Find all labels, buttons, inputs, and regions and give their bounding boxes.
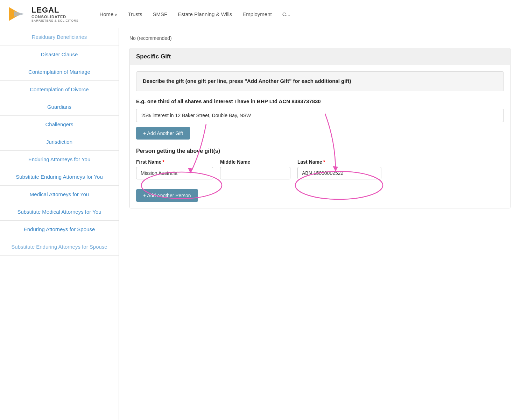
first-name-label: First Name* xyxy=(136,159,213,165)
header: LEGAL CONSOLIDATED BARRISTERS & SOLICITO… xyxy=(0,0,521,28)
first-name-input[interactable] xyxy=(136,167,213,179)
nav-smsf[interactable]: SMSF xyxy=(153,11,168,17)
nav-estate[interactable]: Estate Planning & Wills xyxy=(178,11,232,17)
middle-name-input[interactable] xyxy=(220,167,290,179)
example-text: E.g. one third of all shares and interes… xyxy=(136,98,504,106)
describe-box: Describe the gift (one gift per line, pr… xyxy=(136,71,504,91)
sidebar-item-substitute-medical-you[interactable]: Substitute Medical Attorneys for You xyxy=(0,203,119,221)
logo-legal-text: LEGAL xyxy=(31,6,78,15)
main-content: No (recommended) Specific Gift Describe … xyxy=(119,28,521,420)
logo-icon xyxy=(7,3,28,24)
specific-gift-header: Specific Gift xyxy=(130,48,510,65)
sidebar-item-contemplation-marriage[interactable]: Contemplation of Marriage xyxy=(0,63,119,81)
last-name-field: Last Name* xyxy=(297,159,381,179)
nav-home[interactable]: Home xyxy=(99,11,117,17)
last-name-label: Last Name* xyxy=(297,159,381,165)
sidebar-item-contemplation-divorce[interactable]: Contemplation of Divorce xyxy=(0,81,119,98)
last-name-required: * xyxy=(323,159,325,165)
gift-input[interactable] xyxy=(136,109,504,122)
first-name-required: * xyxy=(162,159,164,165)
specific-gift-body: Describe the gift (one gift per line, pr… xyxy=(130,65,510,208)
add-person-button[interactable]: + Add Another Person xyxy=(136,189,198,202)
sidebar-item-disaster-clause[interactable]: Disaster Clause xyxy=(0,46,119,63)
sidebar-item-medical-attorneys-you[interactable]: Medical Attorneys for You xyxy=(0,186,119,203)
svg-marker-1 xyxy=(14,11,24,17)
sidebar-item-challengers[interactable]: Challengers xyxy=(0,116,119,133)
first-name-field: First Name* xyxy=(136,159,213,179)
main-nav: Home Trusts SMSF Estate Planning & Wills… xyxy=(99,11,290,17)
nav-trusts[interactable]: Trusts xyxy=(128,11,142,17)
sidebar-item-substitute-enduring-spouse[interactable]: Substitute Enduring Attorneys for Spouse xyxy=(0,238,119,256)
nav-employment[interactable]: Employment xyxy=(242,11,272,17)
logo-subtitle-text: BARRISTERS & SOLICITORS xyxy=(31,19,78,22)
sidebar-item-residuary-beneficiaries[interactable]: Residuary Beneficiaries xyxy=(0,28,119,46)
sidebar-item-jurisdiction[interactable]: Jurisdiction xyxy=(0,133,119,151)
add-gift-button[interactable]: + Add Another Gift xyxy=(136,127,190,140)
page-layout: Residuary Beneficiaries Disaster Clause … xyxy=(0,28,521,420)
describe-box-text: Describe the gift (one gift per line, pr… xyxy=(143,77,497,85)
person-section: Person getting the above gift(s) First N… xyxy=(136,148,504,202)
last-name-input[interactable] xyxy=(297,167,381,179)
logo-text: LEGAL CONSOLIDATED BARRISTERS & SOLICITO… xyxy=(31,6,78,22)
sidebar: Residuary Beneficiaries Disaster Clause … xyxy=(0,28,119,420)
person-section-title: Person getting the above gift(s) xyxy=(136,148,504,154)
sidebar-item-enduring-attorneys-you[interactable]: Enduring Attorneys for You xyxy=(0,151,119,168)
sidebar-item-enduring-attorneys-spouse[interactable]: Enduring Attorneys for Spouse xyxy=(0,221,119,238)
top-note: No (recommended) xyxy=(129,35,511,41)
nav-more[interactable]: C... xyxy=(282,11,290,17)
middle-name-field: Middle Name xyxy=(220,159,290,179)
logo-consolidated-text: CONSOLIDATED xyxy=(31,15,78,19)
middle-name-label: Middle Name xyxy=(220,159,290,165)
sidebar-item-guardians[interactable]: Guardians xyxy=(0,98,119,116)
logo: LEGAL CONSOLIDATED BARRISTERS & SOLICITO… xyxy=(7,3,78,24)
sidebar-item-substitute-enduring-you[interactable]: Substitute Enduring Attorneys for You xyxy=(0,168,119,186)
specific-gift-section: Specific Gift Describe the gift (one gif… xyxy=(129,48,511,208)
name-fields-row: First Name* Middle Name xyxy=(136,159,504,179)
